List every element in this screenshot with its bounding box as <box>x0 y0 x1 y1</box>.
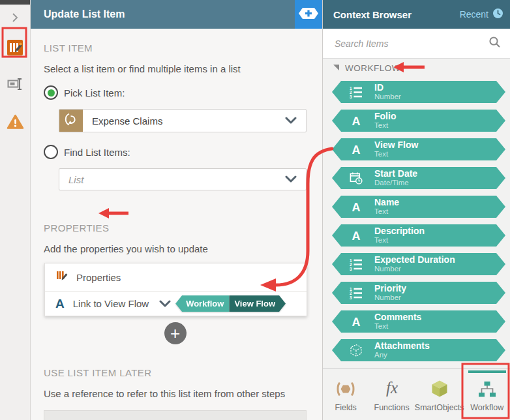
update-list-item-wizard: Update List Item LIST ITEM Select a list… <box>0 0 510 420</box>
context-item[interactable]: ANameText <box>332 196 505 218</box>
context-item-title: Comments <box>374 312 421 322</box>
numbered-list-icon: 123 <box>348 258 365 271</box>
context-item[interactable]: 123IDNumber <box>332 81 505 103</box>
create-reference-button[interactable]: Create <box>44 410 307 420</box>
context-browser-panel: Context Browser Recent WORKFLOW 123IDNum… <box>322 0 510 420</box>
text-icon: A <box>348 229 365 242</box>
context-item-title: Priority <box>374 283 406 293</box>
context-item-title: Name <box>374 197 399 207</box>
context-item-title: Start Date <box>374 168 417 179</box>
tab-smartobjects[interactable]: SmartObjects <box>415 368 464 420</box>
use-later-heading: USE LIST ITEM LATER <box>44 367 307 378</box>
properties-heading: PROPERTIES <box>44 222 307 233</box>
tab-label: Fields <box>335 403 357 412</box>
find-list-items-label: Find List Items: <box>64 147 130 158</box>
context-item-title: View Flow <box>374 140 418 150</box>
tree-expanded-icon[interactable] <box>333 62 340 74</box>
toolbar-top-strip <box>0 0 30 5</box>
context-item[interactable]: ACommentsText <box>332 310 505 333</box>
warnings-button[interactable] <box>2 110 28 136</box>
chevron-down-icon[interactable] <box>159 298 171 310</box>
tag-value: View Flow <box>229 295 286 312</box>
smartobjects-icon <box>430 378 449 399</box>
svg-text:A: A <box>352 316 361 329</box>
chevron-down-icon <box>285 173 297 185</box>
functions-icon: fx <box>380 378 404 399</box>
properties-icon <box>55 269 68 285</box>
list-dropdown[interactable]: Expense Claims <box>59 109 307 132</box>
add-step-button[interactable] <box>295 0 322 29</box>
text-icon: A <box>348 143 365 156</box>
find-list-dropdown[interactable]: List <box>59 168 307 190</box>
tab-functions[interactable]: fxFunctions <box>368 368 414 420</box>
add-step-icon <box>299 8 318 22</box>
text-icon: A <box>348 114 365 127</box>
context-item[interactable]: 123Expected DurationNumber <box>332 253 505 275</box>
context-item-title: ID <box>374 82 401 93</box>
update-list-item-icon <box>7 40 23 58</box>
text-field-icon: A <box>55 297 65 311</box>
update-list-item-step-button[interactable] <box>2 36 28 62</box>
numbered-list-icon: 123 <box>348 286 365 299</box>
find-list-items-option[interactable]: Find List Items: <box>44 145 307 159</box>
context-browser-title: Context Browser <box>333 9 460 20</box>
pick-list-item-option[interactable]: Pick List Item: <box>44 85 307 100</box>
find-list-dropdown-placeholder: List <box>68 174 285 185</box>
text-icon: A <box>348 315 365 328</box>
context-item-subtitle: Date/Time <box>374 179 417 187</box>
property-value-tag[interactable]: Workflow View Flow <box>175 295 286 312</box>
context-item-subtitle: Number <box>374 93 401 101</box>
list-item-heading: LIST ITEM <box>44 42 307 53</box>
rename-step-button[interactable] <box>2 72 28 98</box>
collapse-panel-button[interactable] <box>2 6 28 32</box>
properties-card-header: Properties <box>45 263 307 292</box>
find-list-items-radio[interactable] <box>44 145 58 159</box>
context-item-subtitle: Text <box>374 322 421 331</box>
workflow-icon <box>478 378 496 399</box>
left-toolbar <box>0 0 31 420</box>
context-item-title: Folio <box>374 111 396 121</box>
svg-text:3: 3 <box>350 295 352 300</box>
calendar-clock-icon <box>348 172 365 185</box>
property-row[interactable]: A Link to View Flow Workflow View Flow <box>45 292 307 316</box>
properties-card-title: Properties <box>76 272 121 283</box>
svg-text:A: A <box>352 201 361 214</box>
context-item-title: Attachments <box>374 340 430 351</box>
context-item-subtitle: Text <box>374 121 396 130</box>
tab-label: Functions <box>374 403 410 412</box>
context-item[interactable]: AttachmentsAny <box>332 339 505 361</box>
recent-label: Recent <box>460 9 488 20</box>
context-item[interactable]: 123PriorityNumber <box>332 282 505 304</box>
smartobject-method-icon <box>59 110 83 132</box>
context-item[interactable]: ADescriptionText <box>332 224 505 247</box>
search-input[interactable] <box>333 38 488 50</box>
recent-button[interactable]: Recent <box>460 8 503 22</box>
numbered-list-icon: 123 <box>348 85 365 98</box>
workflow-tree-node[interactable]: WORKFLOW <box>323 59 510 77</box>
chevron-right-icon <box>8 11 22 27</box>
tab-fields[interactable]: Fields <box>323 368 368 420</box>
context-tab-bar: FieldsfxFunctionsSmartObjectsWorkflow <box>323 368 510 420</box>
fields-icon <box>334 378 357 399</box>
context-item[interactable]: Start DateDate/Time <box>332 167 505 189</box>
context-item-list: 123IDNumberAFolioTextAView FlowTextStart… <box>323 77 510 368</box>
search-icon[interactable] <box>488 36 501 51</box>
main-panel: Update List Item LIST ITEM Select a list… <box>31 0 322 420</box>
context-item-title: Description <box>374 226 425 236</box>
text-icon: A <box>348 200 365 213</box>
properties-description: Add the properties you wish to update <box>44 243 307 254</box>
context-browser-header: Context Browser Recent <box>323 0 510 29</box>
pick-list-item-radio[interactable] <box>44 85 58 100</box>
any-type-icon <box>348 344 365 357</box>
context-item-subtitle: Text <box>374 207 399 216</box>
page-title: Update List Item <box>31 0 295 29</box>
context-item[interactable]: AView FlowText <box>332 138 505 160</box>
context-item-subtitle: Number <box>374 265 455 273</box>
tab-workflow[interactable]: Workflow <box>464 368 510 420</box>
context-item-subtitle: Any <box>374 351 430 359</box>
tag-source: Workflow <box>175 295 229 312</box>
add-property-button[interactable]: + <box>164 322 187 344</box>
context-item[interactable]: AFolioText <box>332 110 505 132</box>
chevron-down-icon <box>285 115 297 127</box>
clock-icon <box>492 8 503 22</box>
